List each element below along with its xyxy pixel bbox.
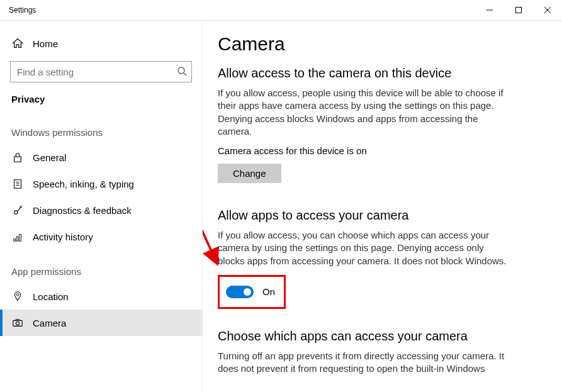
nav-label: Diagnostics & feedback [33,205,132,216]
window-controls [475,0,562,21]
section1-status: Camera access for this device is on [218,145,543,156]
section3-desc: Turning off an app prevents it from dire… [218,350,507,376]
section1-heading: Allow access to the camera on this devic… [218,66,543,81]
search-icon [177,66,187,76]
minimize-button[interactable] [475,0,504,21]
close-button[interactable] [533,0,562,21]
nav-label: Activity history [33,232,93,242]
nav-label: General [33,152,66,163]
svg-point-11 [14,211,18,214]
page-title: Camera [218,33,543,55]
svg-point-18 [16,322,19,325]
search-box[interactable] [10,61,192,82]
sidebar: Home Privacy Windows permissions General… [0,21,203,392]
svg-rect-19 [16,320,19,321]
svg-rect-7 [14,180,21,189]
category-label: Privacy [0,82,202,111]
annotation-highlight: On [218,275,286,309]
svg-rect-13 [14,239,16,242]
nav-label: Speech, inking, & typing [33,179,134,189]
nav-label: Camera [33,318,66,328]
feedback-icon [11,204,24,216]
nav-label: Location [33,291,69,302]
main-pane: Camera Allow access to the camera on thi… [203,21,562,392]
camera-icon [11,316,24,329]
nav-item-location[interactable]: Location [0,283,202,310]
home-label: Home [33,38,58,49]
change-button[interactable]: Change [218,164,281,183]
home-icon [11,37,24,50]
toggle-label: On [262,286,275,297]
nav-item-general[interactable]: General [0,144,202,171]
svg-rect-15 [20,234,21,241]
svg-rect-6 [14,157,21,162]
svg-line-5 [184,73,186,76]
clipboard-icon [11,177,24,190]
svg-point-4 [178,67,184,74]
location-icon [11,290,24,303]
history-icon [11,230,24,243]
svg-line-20 [203,221,216,262]
svg-rect-1 [516,8,522,13]
section1-desc: If you allow access, people using this d… [218,87,507,138]
svg-point-16 [16,294,19,296]
group-app-permissions: App permissions [0,250,202,283]
title-bar: Settings [0,0,562,21]
nav-item-diagnostics[interactable]: Diagnostics & feedback [0,197,202,223]
home-nav[interactable]: Home [0,32,202,55]
maximize-button[interactable] [504,0,533,21]
nav-item-speech[interactable]: Speech, inking, & typing [0,171,202,197]
section3-heading: Choose which apps can access your camera [218,329,543,344]
group-windows-permissions: Windows permissions [0,111,202,144]
allow-apps-toggle[interactable] [226,286,254,298]
section2-heading: Allow apps to access your camera [218,208,543,223]
section2-desc: If you allow access, you can choose whic… [218,229,507,267]
lock-icon [11,151,24,164]
nav-item-camera[interactable]: Camera [0,310,202,336]
svg-rect-14 [16,237,18,241]
nav-item-activity[interactable]: Activity history [0,223,202,250]
window-title: Settings [0,6,36,14]
search-input[interactable] [10,61,192,82]
